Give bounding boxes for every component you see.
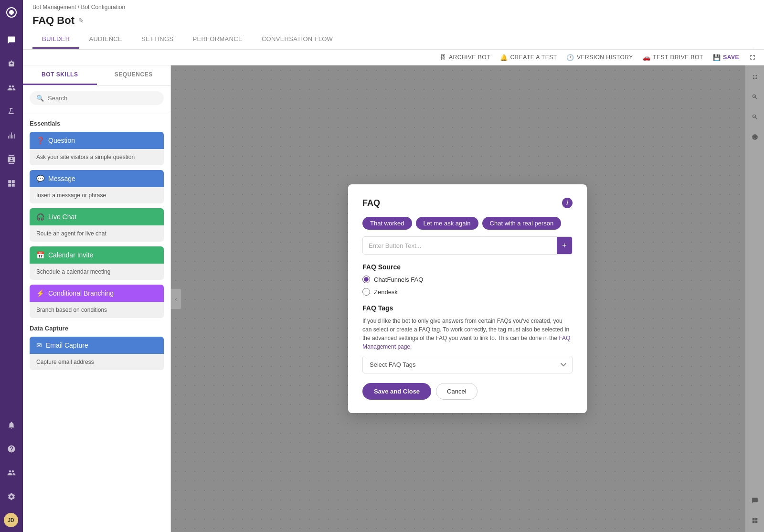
modal-overlay: FAQ i That worked Let me ask again Chat … [171, 65, 764, 532]
pill-row: That worked Let me ask again Chat with a… [362, 217, 573, 230]
svg-point-1 [9, 10, 14, 15]
skill-email-card[interactable]: ✉ Email Capture Capture email address [30, 337, 164, 370]
faq-source-label: FAQ Source [362, 263, 573, 271]
faq-tags-section: FAQ Tags If you'd like the bot to only g… [362, 304, 573, 373]
skill-email-header: ✉ Email Capture [30, 337, 164, 354]
main-area: Bot Management / Bot Configuration FAQ B… [23, 0, 764, 532]
nav-chat-icon[interactable] [4, 32, 19, 48]
archive-icon: 🗄 [440, 54, 447, 61]
history-icon: 🕐 [566, 54, 574, 61]
panel-tabs: BOT SKILLS SEQUENCES [23, 65, 170, 85]
save-icon: 💾 [713, 54, 721, 61]
modal-info-button[interactable]: i [562, 198, 573, 208]
version-history-button[interactable]: 🕐 VERSION HISTORY [566, 54, 633, 61]
skill-message-header: 💬 Message [30, 170, 164, 187]
skill-calendar-header: 📅 Calendar Invite [30, 246, 164, 264]
radio-zendesk[interactable]: Zendesk [362, 288, 573, 296]
sidebar-navigation: JD [0, 0, 23, 532]
skill-question-card[interactable]: ❓ Question Ask your site visitors a simp… [30, 132, 164, 165]
skill-calendar-body: Schedule a calendar meeting [30, 264, 164, 280]
radio-chatfunnels-input[interactable] [362, 276, 370, 283]
nav-grid-icon[interactable] [4, 176, 19, 191]
skill-conditional-header: ⚡ Conditional Branching [30, 285, 164, 302]
nav-settings-icon[interactable] [4, 489, 19, 504]
action-bar: 🗄 ARCHIVE BOT 🔔 CREATE A TEST 🕐 VERSION … [23, 50, 764, 65]
skill-email-body: Capture email address [30, 354, 164, 370]
breadcrumb: Bot Management / Bot Configuration [32, 0, 754, 12]
skill-livechat-header: 🎧 Live Chat [30, 208, 164, 225]
skill-conditional-card[interactable]: ⚡ Conditional Branching Branch based on … [30, 285, 164, 318]
expand-icon[interactable] [749, 53, 756, 61]
tab-audience[interactable]: AUDIENCE [79, 31, 132, 49]
email-icon: ✉ [36, 341, 42, 349]
skill-question-body: Ask your site visitors a simple question [30, 149, 164, 165]
drive-icon: 🚗 [643, 54, 651, 61]
skill-question-header: ❓ Question [30, 132, 164, 149]
save-button[interactable]: 💾 SAVE [713, 54, 739, 61]
modal-header: FAQ i [362, 198, 573, 208]
logo-icon [4, 5, 19, 20]
archive-bot-button[interactable]: 🗄 ARCHIVE BOT [440, 54, 490, 61]
tab-builder[interactable]: BUILDER [32, 31, 79, 49]
nav-team-icon[interactable] [4, 465, 19, 480]
data-capture-label: Data Capture [30, 325, 164, 332]
add-button-button[interactable]: + [557, 237, 572, 254]
page-title: FAQ Bot [32, 14, 74, 27]
nav-flask-icon[interactable] [4, 104, 19, 119]
tab-bot-skills[interactable]: BOT SKILLS [23, 65, 97, 85]
nav-avatar-icon[interactable]: JD [4, 513, 18, 527]
nav-bot-icon[interactable] [4, 56, 19, 72]
title-row: FAQ Bot ✎ [32, 12, 754, 31]
breadcrumb-current: Bot Configuration [81, 4, 125, 11]
nav-chart-icon[interactable] [4, 128, 19, 143]
button-text-input-wrapper: + [362, 236, 573, 255]
top-header: Bot Management / Bot Configuration FAQ B… [23, 0, 764, 50]
nav-notifications-icon[interactable] [4, 417, 19, 433]
skill-conditional-body: Branch based on conditions [30, 302, 164, 318]
message-icon: 💬 [36, 175, 44, 182]
faq-tags-description: If you'd like the bot to only give answe… [362, 317, 573, 351]
tab-performance[interactable]: PERFORMANCE [183, 31, 252, 49]
create-test-button[interactable]: 🔔 CREATE A TEST [500, 54, 557, 61]
livechat-icon: 🎧 [36, 213, 44, 221]
skill-livechat-card[interactable]: 🎧 Live Chat Route an agent for live chat [30, 208, 164, 242]
modal-footer: Save and Close Cancel [362, 383, 573, 400]
radio-chatfunnels[interactable]: ChatFunnels FAQ [362, 276, 573, 283]
pill-ask-again[interactable]: Let me ask again [416, 217, 478, 230]
cancel-button[interactable]: Cancel [436, 383, 477, 400]
pill-real-person[interactable]: Chat with a real person [482, 217, 562, 230]
skill-message-body: Insert a message or phrase [30, 187, 164, 203]
button-text-input[interactable] [363, 237, 557, 254]
pill-that-worked[interactable]: That worked [362, 217, 412, 230]
tab-conversation-flow[interactable]: CONVERSATION FLOW [252, 31, 342, 49]
save-and-close-button[interactable]: Save and Close [362, 383, 431, 400]
tab-sequences[interactable]: SEQUENCES [97, 65, 171, 85]
tab-settings[interactable]: SETTINGS [132, 31, 183, 49]
essentials-label: Essentials [30, 120, 164, 127]
skill-calendar-card[interactable]: 📅 Calendar Invite Schedule a calendar me… [30, 246, 164, 280]
faq-tags-select[interactable]: Select FAQ Tags [362, 356, 573, 373]
canvas-area: ‹ [171, 65, 764, 532]
breadcrumb-parent[interactable]: Bot Management [32, 4, 76, 11]
test-icon: 🔔 [500, 54, 508, 61]
faq-tags-label: FAQ Tags [362, 304, 573, 312]
left-panel: BOT SKILLS SEQUENCES 🔍 Essentials ❓ Ques… [23, 65, 171, 532]
skill-message-card[interactable]: 💬 Message Insert a message or phrase [30, 170, 164, 203]
tab-bar: BUILDER AUDIENCE SETTINGS PERFORMANCE CO… [32, 31, 754, 49]
panel-content: Essentials ❓ Question Ask your site visi… [23, 111, 170, 532]
nav-help-icon[interactable] [4, 441, 19, 457]
faq-modal: FAQ i That worked Let me ask again Chat … [348, 184, 587, 413]
search-input[interactable] [48, 95, 157, 102]
modal-title: FAQ [362, 198, 380, 208]
nav-people-icon[interactable] [4, 80, 19, 96]
content-row: BOT SKILLS SEQUENCES 🔍 Essentials ❓ Ques… [23, 65, 764, 532]
search-box: 🔍 [23, 85, 170, 111]
search-wrapper: 🔍 [30, 91, 164, 105]
test-drive-bot-button[interactable]: 🚗 TEST DRIVE BOT [643, 54, 703, 61]
search-icon: 🔍 [36, 95, 44, 102]
radio-zendesk-input[interactable] [362, 288, 370, 296]
edit-title-icon[interactable]: ✎ [78, 17, 84, 24]
skill-livechat-body: Route an agent for live chat [30, 225, 164, 242]
calendar-icon: 📅 [36, 251, 44, 259]
nav-contacts-icon[interactable] [4, 152, 19, 167]
